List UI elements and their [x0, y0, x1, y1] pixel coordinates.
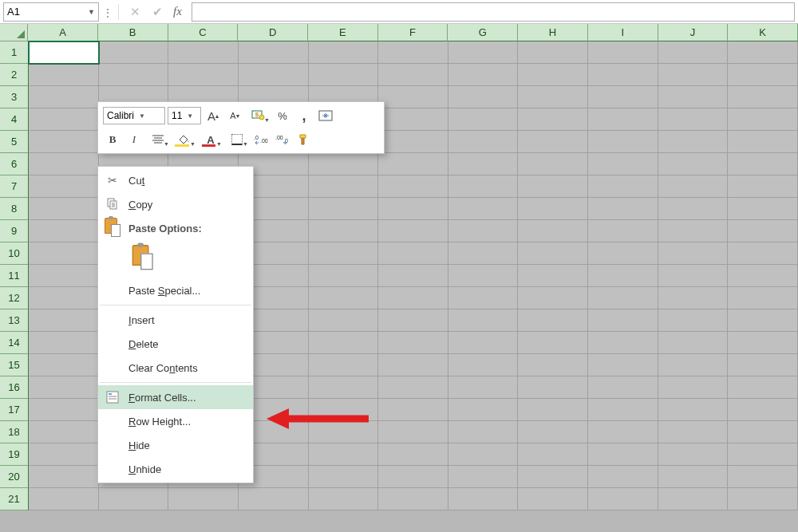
cell[interactable] — [29, 41, 99, 64]
cell[interactable] — [728, 309, 798, 332]
cell[interactable] — [658, 488, 729, 510]
row-header[interactable]: 1 — [0, 41, 29, 64]
cell[interactable] — [728, 287, 798, 309]
cell[interactable] — [29, 198, 99, 220]
cell[interactable] — [588, 175, 658, 198]
cell[interactable] — [448, 287, 519, 309]
cell[interactable] — [448, 153, 519, 175]
cell[interactable] — [448, 309, 519, 332]
cell[interactable] — [588, 198, 658, 220]
row-header[interactable]: 17 — [0, 399, 29, 421]
cell[interactable] — [448, 41, 519, 64]
cell[interactable] — [309, 309, 379, 332]
cell[interactable] — [309, 287, 379, 309]
cell[interactable] — [658, 332, 729, 354]
cell[interactable] — [378, 443, 448, 466]
row-header[interactable]: 18 — [0, 421, 29, 443]
increase-decimal-button[interactable]: .0.00 — [251, 131, 271, 148]
cell[interactable] — [518, 354, 588, 376]
cell[interactable] — [728, 175, 798, 198]
cell[interactable] — [309, 466, 379, 488]
cell[interactable] — [309, 175, 379, 198]
cell[interactable] — [168, 488, 239, 510]
col-header[interactable]: F — [378, 24, 448, 41]
cell[interactable] — [728, 376, 798, 399]
decrease-font-button[interactable]: A▾ — [225, 107, 244, 124]
cell[interactable] — [448, 376, 519, 399]
cell[interactable] — [29, 108, 99, 131]
cell[interactable] — [309, 376, 379, 399]
cell[interactable] — [448, 466, 519, 488]
italic-button[interactable]: I — [124, 131, 144, 148]
cell[interactable] — [588, 220, 658, 242]
cell[interactable] — [728, 220, 798, 242]
cell[interactable] — [448, 443, 519, 466]
cell[interactable] — [658, 153, 729, 175]
cell[interactable] — [518, 443, 588, 466]
cell[interactable] — [588, 466, 658, 488]
cell[interactable] — [588, 332, 658, 354]
cell[interactable] — [518, 86, 588, 108]
row-header[interactable]: 7 — [0, 175, 29, 198]
cell[interactable] — [588, 309, 658, 332]
cell[interactable] — [448, 332, 519, 354]
cell[interactable] — [29, 220, 99, 242]
cell[interactable] — [658, 265, 729, 287]
cell[interactable] — [658, 86, 729, 108]
menu-paste-special[interactable]: Paste Special... — [98, 278, 253, 302]
cell[interactable] — [378, 376, 448, 399]
cell[interactable] — [378, 86, 448, 108]
cell[interactable] — [378, 332, 448, 354]
cell[interactable] — [728, 198, 798, 220]
col-header[interactable]: A — [28, 24, 98, 41]
cell[interactable] — [728, 466, 798, 488]
cell[interactable] — [378, 64, 448, 86]
cell[interactable] — [29, 309, 99, 332]
cell[interactable] — [518, 242, 588, 265]
cell[interactable] — [448, 131, 519, 153]
menu-paste-option-default[interactable] — [98, 240, 253, 278]
cell[interactable] — [728, 332, 798, 354]
col-header[interactable]: B — [98, 24, 168, 41]
cell[interactable] — [518, 399, 588, 421]
menu-copy[interactable]: Copy — [98, 192, 253, 216]
cell[interactable] — [658, 175, 729, 198]
cell[interactable] — [309, 354, 379, 376]
row-header[interactable]: 13 — [0, 309, 29, 332]
cell[interactable] — [728, 443, 798, 466]
cell[interactable] — [588, 242, 658, 265]
row-header[interactable]: 10 — [0, 242, 29, 265]
cell[interactable] — [518, 421, 588, 443]
cell[interactable] — [378, 421, 448, 443]
row-header[interactable]: 15 — [0, 354, 29, 376]
cell[interactable] — [309, 41, 379, 64]
cell[interactable] — [518, 131, 588, 153]
row-header[interactable]: 6 — [0, 153, 29, 175]
cell[interactable] — [448, 421, 519, 443]
cell[interactable] — [378, 309, 448, 332]
fill-color-button[interactable]: ▼ — [172, 131, 196, 148]
cell[interactable] — [588, 265, 658, 287]
cell[interactable] — [309, 488, 379, 510]
cell[interactable] — [728, 242, 798, 265]
cell[interactable] — [588, 354, 658, 376]
cell[interactable] — [518, 287, 588, 309]
cell[interactable] — [518, 309, 588, 332]
cell[interactable] — [658, 41, 729, 64]
cell[interactable] — [448, 198, 519, 220]
cell[interactable] — [168, 64, 239, 86]
cell[interactable] — [378, 399, 448, 421]
format-painter-button[interactable] — [294, 131, 314, 148]
row-header[interactable]: 5 — [0, 131, 29, 153]
cell[interactable] — [378, 287, 448, 309]
cell[interactable] — [29, 354, 99, 376]
cell[interactable] — [448, 488, 519, 510]
row-header[interactable]: 14 — [0, 332, 29, 354]
row-header[interactable]: 11 — [0, 265, 29, 287]
cell[interactable] — [728, 399, 798, 421]
row-header[interactable]: 8 — [0, 198, 29, 220]
cell[interactable] — [168, 41, 239, 64]
cell[interactable] — [239, 64, 309, 86]
borders-button[interactable]: ▼ — [225, 131, 249, 148]
menu-row-height[interactable]: Row Height... — [98, 409, 253, 433]
